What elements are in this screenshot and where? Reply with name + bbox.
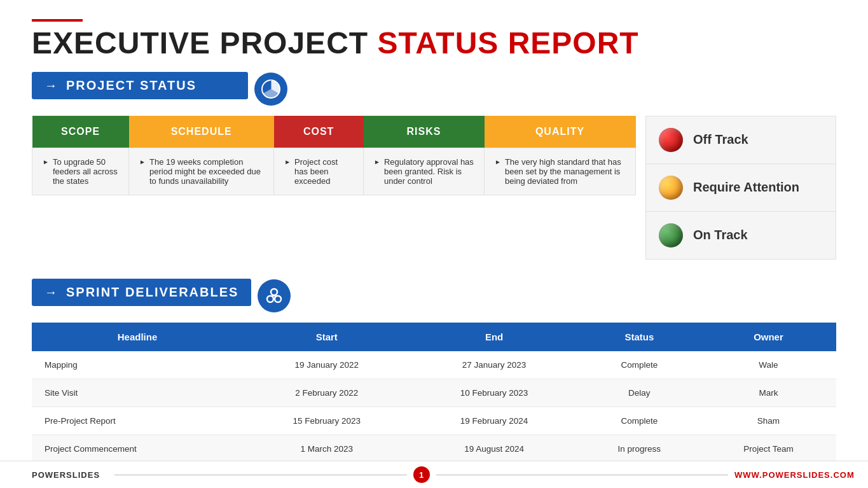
- sprint-owner-2: Mark: [701, 379, 836, 407]
- schedule-text: The 19 weeks completion period might be …: [149, 157, 263, 186]
- scope-text: To upgrade 50 feeders all across the sta…: [53, 157, 118, 186]
- quality-text: The very high standard that has been set…: [505, 157, 625, 186]
- col-status-header: Status: [578, 323, 701, 351]
- legend-item-require-attention: Require Attention: [646, 164, 836, 212]
- col-owner-header: Owner: [701, 323, 836, 351]
- risks-cell: ► Regulatory approval has been granted. …: [364, 148, 485, 195]
- bullet-icon: ►: [495, 158, 501, 165]
- col-headline-header: Headline: [32, 323, 243, 351]
- cost-bullet: ► Project cost has been exceeded: [284, 157, 353, 186]
- col-risks-header: RISKS: [364, 116, 485, 148]
- project-status-icon: [254, 73, 287, 106]
- col-schedule-header: SCHEDULE: [129, 116, 274, 148]
- col-cost-header: COST: [274, 116, 364, 148]
- sprint-end-2: 10 February 2023: [410, 379, 577, 407]
- main-title: EXECUTIVE PROJECT STATUS REPORT: [32, 27, 836, 60]
- cost-cell: ► Project cost has been exceeded: [274, 148, 364, 195]
- footer-website: WWW.POWERSLIDES.COM: [734, 470, 836, 480]
- sprint-status-2: Delay: [578, 379, 701, 407]
- sprint-headline-2: Site Visit: [32, 379, 243, 407]
- col-scope-header: SCOPE: [32, 116, 129, 148]
- col-quality-header: QUALITY: [485, 116, 636, 148]
- sprint-headline-1: Mapping: [32, 351, 243, 379]
- legend-item-on-track: On Track: [646, 212, 836, 259]
- quality-cell: ► The very high standard that has been s…: [485, 148, 636, 195]
- off-track-dot: [659, 128, 683, 152]
- sprint-status-3: Complete: [578, 407, 701, 435]
- sprint-headline-4: Project Commencement: [32, 435, 243, 463]
- title-accent-line: [32, 19, 83, 22]
- svg-point-2: [271, 289, 277, 295]
- svg-point-3: [267, 296, 273, 302]
- risks-bullet: ► Regulatory approval has been granted. …: [374, 157, 474, 186]
- legend-box: Off Track Require Attention On Track: [645, 116, 836, 260]
- col-start-header: Start: [243, 323, 410, 351]
- footer-line-right: [436, 475, 729, 475]
- title-bar: EXECUTIVE PROJECT STATUS REPORT: [32, 19, 836, 60]
- off-track-label: Off Track: [693, 132, 748, 147]
- footer-line-left: [114, 475, 407, 475]
- sprint-table-header-row: Headline Start End Status Owner: [32, 323, 836, 351]
- sprint-owner-1: Wale: [701, 351, 836, 379]
- schedule-bullet: ► The 19 weeks completion period might b…: [139, 157, 263, 186]
- sprint-owner-4: Project Team: [701, 435, 836, 463]
- title-black: EXECUTIVE PROJECT: [32, 26, 377, 60]
- main-container: EXECUTIVE PROJECT STATUS REPORT → PROJEC…: [0, 0, 868, 476]
- legend-item-off-track: Off Track: [646, 116, 836, 164]
- schedule-cell: ► The 19 weeks completion period might b…: [129, 148, 274, 195]
- require-attention-dot: [659, 176, 683, 200]
- sprint-status-4: In progress: [578, 435, 701, 463]
- sprint-table: Headline Start End Status Owner Mapping …: [32, 323, 836, 463]
- sprint-row-2: Site Visit 2 February 2022 10 February 2…: [32, 379, 836, 407]
- risks-text: Regulatory approval has been granted. Ri…: [384, 157, 474, 186]
- sprint-start-4: 1 March 2023: [243, 435, 410, 463]
- sprint-icon: [258, 279, 291, 312]
- sprint-status-1: Complete: [578, 351, 701, 379]
- sprint-owner-3: Sham: [701, 407, 836, 435]
- sprint-row-3: Pre-Project Report 15 February 2023 19 F…: [32, 407, 836, 435]
- footer: POWERSLIDES 1 WWW.POWERSLIDES.COM: [0, 461, 868, 488]
- sprint-title: SPRINT DELIVERABLES: [66, 285, 238, 300]
- bullet-icon: ►: [374, 158, 380, 165]
- project-status-section: → PROJECT STATUS SCOPE SCHEDULE: [32, 72, 836, 260]
- bullet-icon: ►: [284, 158, 291, 165]
- sprint-start-2: 2 February 2022: [243, 379, 410, 407]
- sprint-end-3: 19 February 2024: [410, 407, 577, 435]
- sprint-header: → SPRINT DELIVERABLES: [32, 279, 251, 306]
- status-table-wrap: SCOPE SCHEDULE COST RISKS QUALITY ► To u…: [32, 116, 836, 260]
- col-end-header: End: [410, 323, 577, 351]
- sprint-section: → SPRINT DELIVERABLES Headline: [32, 279, 836, 463]
- trefoil-icon: [265, 286, 284, 305]
- footer-brand: POWERSLIDES: [32, 470, 108, 480]
- scope-bullet: ► To upgrade 50 feeders all across the s…: [43, 157, 118, 186]
- sprint-end-4: 19 August 2024: [410, 435, 577, 463]
- bullet-icon: ►: [43, 158, 49, 165]
- scope-cell: ► To upgrade 50 feeders all across the s…: [32, 148, 129, 195]
- sprint-row-1: Mapping 19 January 2022 27 January 2023 …: [32, 351, 836, 379]
- sprint-start-3: 15 February 2023: [243, 407, 410, 435]
- svg-line-7: [274, 295, 276, 296]
- arrow-icon-2: →: [45, 285, 57, 300]
- svg-point-4: [275, 296, 281, 302]
- status-table-row: ► To upgrade 50 feeders all across the s…: [32, 148, 636, 195]
- on-track-label: On Track: [693, 228, 748, 242]
- title-red: STATUS REPORT: [377, 26, 638, 60]
- cost-text: Project cost has been exceeded: [294, 157, 353, 186]
- footer-page-number: 1: [413, 466, 430, 483]
- status-table: SCOPE SCHEDULE COST RISKS QUALITY ► To u…: [32, 116, 636, 195]
- sprint-start-1: 19 January 2022: [243, 351, 410, 379]
- project-status-header: → PROJECT STATUS: [32, 72, 248, 99]
- sprint-headline-3: Pre-Project Report: [32, 407, 243, 435]
- sprint-row-4: Project Commencement 1 March 2023 19 Aug…: [32, 435, 836, 463]
- pie-chart-icon: [261, 79, 281, 99]
- require-attention-label: Require Attention: [693, 180, 799, 195]
- arrow-icon: →: [45, 78, 57, 93]
- sprint-end-1: 27 January 2023: [410, 351, 577, 379]
- project-status-title: PROJECT STATUS: [66, 78, 196, 93]
- quality-bullet: ► The very high standard that has been s…: [495, 157, 625, 186]
- on-track-dot: [659, 223, 683, 247]
- status-table-header-row: SCOPE SCHEDULE COST RISKS QUALITY: [32, 116, 636, 148]
- bullet-icon: ►: [139, 158, 146, 165]
